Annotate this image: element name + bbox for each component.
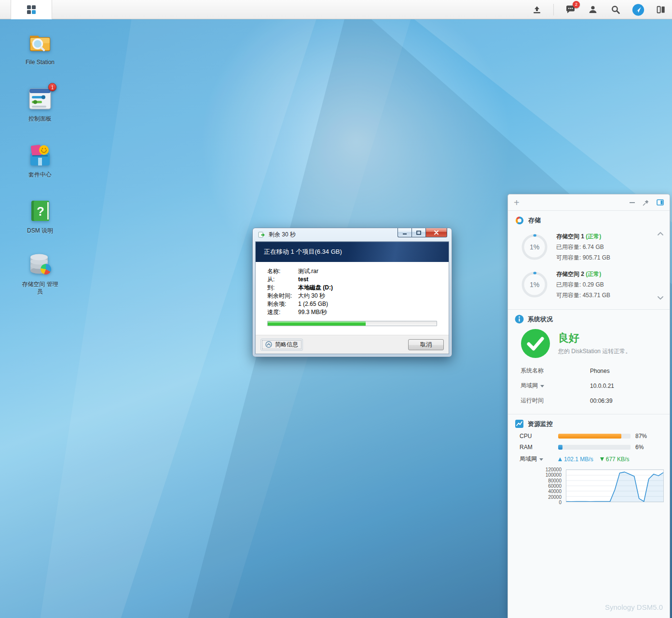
copy-progress-bar	[267, 321, 437, 326]
show-widgets-button[interactable]	[655, 3, 667, 16]
control-panel-badge: 1	[48, 83, 56, 91]
maximize-icon	[416, 231, 421, 235]
collapse-volume-button[interactable]	[657, 230, 664, 237]
system-name-label: 系统名称	[521, 367, 544, 375]
field-label: 速度:	[267, 308, 298, 316]
widget-panel-header: +	[508, 194, 670, 211]
system-health-widget: 系统状况 良好 您的 DiskStation 运转正常。 系统名称 Phones…	[508, 310, 670, 414]
minimize-button[interactable]	[398, 228, 411, 237]
lan-dropdown[interactable]: 局域网	[521, 382, 590, 390]
chevron-down-icon	[540, 385, 544, 387]
search-button[interactable]	[609, 3, 622, 16]
chart-y-tick: 40000	[528, 489, 562, 494]
desktop-icon-label: DSM 说明	[19, 227, 61, 234]
cancel-button[interactable]: 取消	[408, 339, 444, 350]
field-value: test	[298, 275, 308, 284]
cpu-bar-fill	[558, 434, 621, 439]
pin-icon	[643, 199, 649, 206]
minimize-icon	[629, 199, 635, 206]
dialog-header-text: 正在移动 1 个项目(6.34 GB)	[264, 247, 342, 256]
desktop-icon-label: File Station	[19, 59, 61, 66]
desktop-icon-package-center[interactable]: 套件中心	[19, 141, 61, 179]
health-ok-check-icon	[521, 329, 550, 358]
notifications-button[interactable]: 2	[564, 3, 576, 16]
volume-status: (正常)	[586, 233, 601, 240]
chart-y-axis: 120000100000800006000040000200000	[520, 469, 566, 503]
field-label: 剩余项:	[267, 300, 298, 308]
pilot-view-button[interactable]	[632, 3, 645, 16]
copy-progress-dialog: 剩余 30 秒 正在移动 1 个项目(6.34 GB) 名称:测试.rar 从:…	[252, 228, 452, 357]
resource-monitor-widget: 资源监控 CPU 87% RAM 6% 局域网 102.1 MB/s 677	[508, 414, 670, 510]
toggle-details-button[interactable]: 简略信息	[261, 339, 303, 351]
volume-name: 存储空间 2	[556, 271, 584, 277]
chart-y-tick: 20000	[528, 495, 562, 500]
system-health-title: 系统状况	[528, 315, 553, 324]
dialog-body: 名称:测试.rar 从:test 到:本地磁盘 (D:) 剩余时间:大约 30 …	[256, 262, 449, 326]
storage-widget-title: 存储	[528, 216, 541, 225]
used-label: 已用容量:	[556, 281, 581, 288]
free-value: 905.71 GB	[583, 254, 610, 261]
svg-text:?: ?	[37, 204, 44, 219]
dialog-client-area: 正在移动 1 个项目(6.34 GB) 名称:测试.rar 从:test 到:本…	[255, 241, 449, 354]
cpu-percent: 87%	[635, 433, 647, 439]
user-menu-button[interactable]	[587, 3, 599, 16]
chevron-down-icon	[657, 296, 664, 300]
copy-progress-fill	[268, 321, 366, 326]
desktop-icon-storage-manager[interactable]: 存储空间 管理员	[19, 251, 61, 295]
desktop-icon-dsm-help[interactable]: ? DSM 说明	[19, 197, 61, 234]
dialog-header-banner: 正在移动 1 个项目(6.34 GB)	[256, 242, 449, 262]
field-label: 名称:	[267, 267, 298, 275]
dialog-footer: 简略信息 取消	[256, 335, 449, 354]
minimize-panel-button[interactable]	[629, 199, 635, 206]
system-name-value: Phones	[590, 368, 610, 374]
resource-monitor-title: 资源监控	[528, 420, 553, 428]
dialog-titlebar[interactable]: 剩余 30 秒	[253, 228, 452, 241]
storage-donut-icon	[515, 216, 524, 225]
lan-metric-dropdown[interactable]: 局域网	[520, 455, 558, 463]
upload-arrow-icon	[558, 457, 562, 461]
storage-widget: 存储 1% 存储空间 1 (正常) 已用容量: 6.74 GB 可用容量: 90…	[508, 211, 670, 310]
main-menu-button[interactable]	[11, 0, 52, 19]
health-status-text: 良好	[558, 332, 631, 344]
volume-1-percent: 1%	[521, 233, 549, 261]
lan-upload-value: 102.1 MB/s	[564, 456, 593, 463]
widget-panel: +	[507, 194, 670, 618]
volume-1-usage-gauge: 1%	[521, 233, 549, 261]
package-center-icon	[27, 141, 54, 168]
system-name-row: 系统名称 Phones	[508, 363, 670, 378]
desktop-icon-file-station[interactable]: File Station	[19, 29, 61, 66]
taskbar-divider	[553, 4, 554, 15]
free-label: 可用容量:	[556, 254, 581, 261]
chart-y-tick: 0	[528, 500, 562, 505]
resource-monitor-icon	[515, 419, 524, 428]
dock-panel-button[interactable]	[657, 199, 664, 206]
expand-volume-button[interactable]	[657, 294, 664, 302]
maximize-button[interactable]	[411, 228, 425, 237]
copy-files-icon	[258, 231, 265, 239]
used-label: 已用容量:	[556, 244, 581, 250]
add-widget-button[interactable]: +	[514, 198, 520, 207]
desktop-icon-label: 存储空间 管理员	[19, 281, 61, 295]
chart-y-tick: 80000	[528, 479, 562, 483]
volume-status: (正常)	[586, 271, 601, 277]
lan-throughput-chart: 120000100000800006000040000200000	[508, 467, 670, 504]
cpu-row: CPU 87%	[508, 433, 670, 439]
toggle-details-label: 简略信息	[275, 341, 298, 349]
pin-panel-button[interactable]	[643, 199, 649, 206]
ram-label: RAM	[520, 444, 558, 451]
background-task-button[interactable]	[531, 3, 543, 16]
field-value: 大约 30 秒	[298, 292, 325, 300]
free-value: 453.71 GB	[583, 292, 610, 299]
free-label: 可用容量:	[556, 292, 581, 299]
field-value: 99.3 MB/秒	[298, 308, 327, 316]
lan-ip-value: 10.0.0.21	[590, 383, 614, 389]
field-label: 剩余时间:	[267, 292, 298, 300]
dock-panel-icon	[657, 199, 664, 206]
volume-row-2: 1% 存储空间 2 (正常) 已用容量: 0.29 GB 可用容量: 453.7…	[508, 266, 670, 303]
chart-y-tick: 60000	[528, 484, 562, 489]
desktop-icon-control-panel[interactable]: 1 控制面板	[19, 85, 61, 123]
uptime-label: 运行时间	[521, 397, 544, 405]
field-value: 本地磁盘 (D:)	[298, 284, 333, 292]
download-arrow-icon	[600, 457, 604, 461]
close-button[interactable]	[425, 228, 447, 237]
